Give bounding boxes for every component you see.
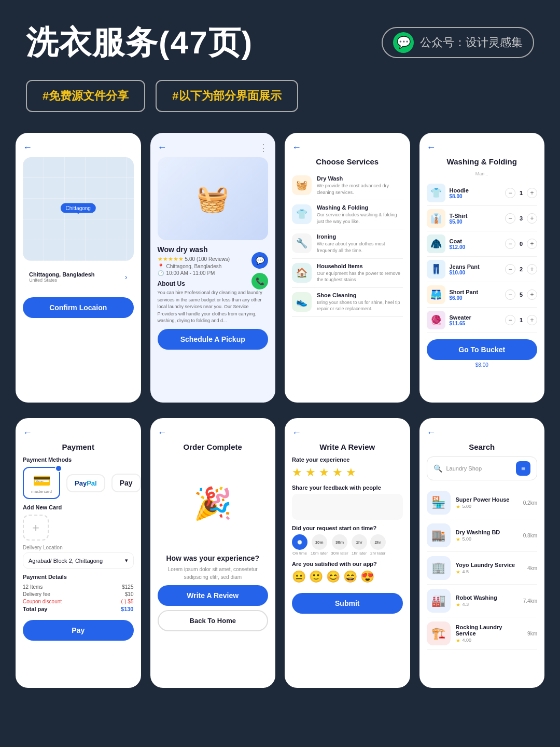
ontime-label: On time [292,551,307,556]
add-card-button[interactable]: ＋ [23,515,49,541]
order-complete-illustration: 🎉 [158,457,269,550]
hoodie-qty: − 1 + [505,188,537,198]
sweater-thumb: 🧶 [427,311,445,329]
shop-dry-washing[interactable]: 🏬 Dry Washing BD ★ 5.00 0.8km [427,519,538,552]
service-washing-folding[interactable]: 👕 Washing & Folding Our service includes… [292,200,403,229]
item-price: $12.00 [450,244,501,250]
service-household[interactable]: 🏠 Household Items Our equipment has the … [292,259,403,288]
back-arrow-payment[interactable]: ← [23,427,32,438]
10m-option[interactable]: 10m 10m later [311,534,328,556]
increase-tshirt[interactable]: + [527,213,537,224]
delivery-select[interactable]: Agrabad/ Block 2, Chittagong ▾ [23,552,134,569]
sweater-qty: − 1 + [505,315,537,325]
star-2[interactable]: ★ [305,466,316,479]
service-ironing[interactable]: 🔧 Ironing We care about your clothes mos… [292,229,403,258]
services-title: Choose Services [292,157,403,166]
service-desc: Our equipment has the power to remove th… [317,270,403,283]
schedule-pickup-button[interactable]: Schedule A Pickup [158,329,269,350]
paypal-option[interactable]: PayPal [66,474,105,492]
search-bar: 🔍 Laundry Shop ≡ [427,457,538,480]
screen-payment: ← Payment Payment Methods 💳 mastercard P… [16,418,141,688]
review-stars[interactable]: ★ ★ ★ ★ ★ [292,466,403,479]
increase-short[interactable]: + [527,289,537,300]
increase-hoodie[interactable]: + [527,188,537,198]
jeans-qty: − 2 + [505,264,537,274]
back-arrow-search[interactable]: ← [427,427,436,438]
chat-icon[interactable]: 💬 [251,252,268,269]
emoji-1[interactable]: 😐 [292,570,306,584]
back-arrow-services[interactable]: ← [292,142,301,153]
service-shoe[interactable]: 👟 Shoe Cleaning Bring your shoes to us f… [292,288,403,317]
back-arrow-complete[interactable]: ← [158,427,167,438]
emoji-3[interactable]: 😊 [326,570,340,584]
mastercard-option[interactable]: 💳 mastercard [23,467,60,499]
decrease-coat[interactable]: − [505,239,515,249]
item-name: T-Shirt [450,213,501,219]
short-qty: − 5 + [505,289,537,300]
coat-qty: − 0 + [505,239,537,249]
decrease-jeans[interactable]: − [505,264,515,274]
shop-yoyo[interactable]: 🏢 Yoyo Laundry Service ★ 4.5 4km [427,552,538,585]
delivery-label: Delivery Location [23,545,134,550]
decrease-tshirt[interactable]: − [505,213,515,224]
service-desc: We provide the most advanced dry cleanin… [317,183,403,196]
emoji-5[interactable]: 😍 [360,570,374,584]
emoji-2[interactable]: 🙂 [309,570,323,584]
pay-button[interactable]: Pay [23,620,134,641]
decrease-sweater[interactable]: − [505,315,515,325]
filter-button[interactable]: ≡ [516,461,530,476]
more-menu-icon[interactable]: ⋮ [259,142,268,154]
increase-coat[interactable]: + [527,239,537,249]
back-arrow-location[interactable]: ← [23,142,32,153]
review-text-area[interactable] [292,494,403,520]
call-icon[interactable]: 📞 [251,273,268,289]
1hr-option[interactable]: 1hr 1hr later [352,534,367,556]
back-arrow-provider[interactable]: ← [158,142,167,153]
dropdown-icon: ▾ [125,557,128,564]
payment-methods: 💳 mastercard PayPal Pay [23,467,134,499]
service-name: Dry Wash [317,175,403,182]
increase-sweater[interactable]: + [527,315,537,325]
location-row[interactable]: Chittagong, Bangladesh United States › [23,266,134,288]
star-3[interactable]: ★ [319,466,329,479]
applepay-option[interactable]: Pay [111,474,141,492]
shop-meta-3: ★ 4.5 [456,569,523,575]
shop-super-power[interactable]: 🏪 Super Power House ★ 5.00 0.2km [427,487,538,519]
shop-robot[interactable]: 🏭 Robot Washing ★ 4.3 7.4km [427,585,538,617]
wechat-badge: 💬 公众号：设计灵感集 [382,27,534,58]
increase-jeans[interactable]: + [527,264,537,274]
2hr-option[interactable]: 2hr 2hr later [370,534,386,556]
star-1[interactable]: ★ [292,466,302,479]
submit-review-button[interactable]: Submit [292,593,403,614]
shop-rating-5: 4.00 [463,638,472,643]
star-4[interactable]: ★ [332,466,343,479]
search-input[interactable]: Laundry Shop [446,465,512,472]
30m-option[interactable]: 30m 30m later [331,534,348,556]
service-dry-wash[interactable]: 🧺 Dry Wash We provide the most advanced … [292,171,403,200]
shop-info-2: Dry Washing BD ★ 5.00 [456,529,518,542]
search-icon: 🔍 [433,464,442,473]
back-to-home-button[interactable]: Back To Home [158,610,269,631]
delivery-value: Agrabad/ Block 2, Chittagong [29,558,103,564]
provider-image: 🧺 [158,157,269,240]
back-arrow-review[interactable]: ← [292,427,301,438]
discount-val: (-) $5 [121,599,134,604]
items-val: $125 [122,584,133,590]
on-time-option[interactable]: 🕐 On time [292,534,307,556]
10m-label: 10m later [311,551,328,556]
star-5[interactable]: ★ [346,466,356,479]
screens-row-2: ← Payment Payment Methods 💳 mastercard P… [0,418,560,703]
emoji-4[interactable]: 😄 [343,570,357,584]
decrease-short[interactable]: − [505,289,515,300]
share-title: Share your feedback with people [292,485,403,491]
decrease-hoodie[interactable]: − [505,188,515,198]
shop-rocking[interactable]: 🏗️ Rocking Laundry Service ★ 4.00 9km [427,617,538,650]
back-arrow-wf[interactable]: ← [427,142,436,153]
shop-rating-2: 5.00 [463,536,472,542]
go-to-bucket-button[interactable]: Go To Bucket [427,339,538,360]
confirm-location-button[interactable]: Confirm Locaion [23,297,134,318]
shop-name-3: Yoyo Laundry Service [456,562,523,568]
write-review-button[interactable]: Write A Review [158,585,269,606]
delivery-fee-row: Delivery fee $10 [23,591,134,597]
wf-subtitle: Man... [427,171,538,176]
